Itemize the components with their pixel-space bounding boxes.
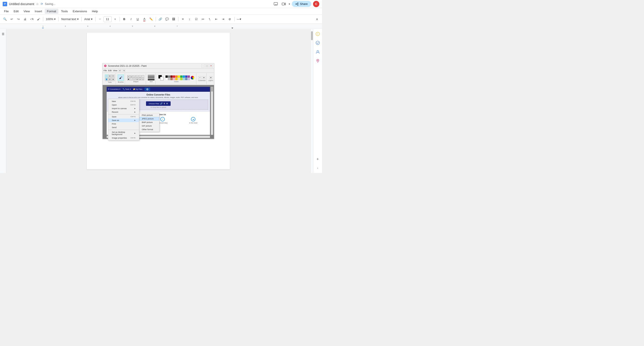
color-purple[interactable] (188, 75, 190, 78)
ctx-open[interactable]: Open Ctrl+O (108, 103, 139, 107)
collapse-panel-icon[interactable]: › (314, 165, 321, 171)
ctx-sub-png[interactable]: PNG picture (140, 113, 159, 117)
avatar[interactable]: C (313, 1, 319, 7)
image-btn[interactable]: 🖼 (170, 16, 177, 22)
indent-increase-btn[interactable]: ⇥ (220, 16, 226, 22)
color-lightblue[interactable] (183, 78, 185, 80)
ctx-send[interactable]: Send (108, 126, 139, 129)
paint-menu-file[interactable]: File (104, 69, 107, 72)
menu-format[interactable]: Format (45, 9, 58, 14)
paint-fill-tool[interactable]: 🪣 (105, 78, 108, 81)
star-icon[interactable]: ☆ (36, 2, 39, 6)
underline-btn[interactable]: U (134, 16, 141, 22)
nav-myfiles[interactable]: 📁 My Files (133, 88, 142, 90)
ctx-import[interactable]: Import to canvas ▶ (108, 107, 139, 110)
shape-6[interactable]: ○ (142, 75, 144, 78)
shape-7[interactable]: ⬟ (127, 78, 130, 80)
shape-2[interactable]: ⊡ (130, 75, 132, 78)
text-color-btn[interactable]: A (141, 16, 148, 22)
size-2[interactable] (148, 76, 154, 77)
color-darkred[interactable] (170, 75, 173, 78)
ctx-sub-jpeg[interactable]: JPEG picture (140, 117, 159, 121)
smart-features-icon[interactable] (314, 31, 321, 37)
color-lime[interactable] (180, 78, 182, 80)
vertical-scrollbar[interactable] (310, 29, 313, 173)
shape-11[interactable]: ⊗ (139, 78, 141, 80)
menu-help[interactable]: Help (90, 9, 100, 14)
line-style-btn[interactable]: —▾ (236, 16, 242, 22)
numbered-list-btn[interactable]: ⒈ (206, 16, 213, 22)
add-panel-icon[interactable]: + (314, 156, 321, 162)
font-dropdown[interactable]: Arial ▾ (83, 16, 94, 22)
color-lightgray[interactable] (168, 78, 170, 80)
nav-tools[interactable]: 🔧 Tools ▾ (122, 88, 131, 90)
ctx-new[interactable]: New Ctrl+N (108, 100, 139, 103)
font-size-decrease-btn[interactable]: − (97, 16, 103, 22)
paint-text-tool[interactable]: A (108, 75, 111, 78)
outline-icon[interactable]: ☰ (0, 31, 6, 37)
line-spacing-btn[interactable]: ↕ (186, 16, 193, 22)
menu-view[interactable]: View (21, 9, 32, 14)
shape-1[interactable]: ⊢ (127, 75, 130, 78)
paint-redo-icon[interactable]: ↪ (122, 69, 125, 72)
align-btn[interactable]: ≡ (180, 16, 186, 22)
ctx-print[interactable]: Print (108, 122, 139, 126)
ctx-saveas[interactable]: Save as ▶ (108, 119, 139, 122)
paint-menu-edit[interactable]: Edit (108, 69, 112, 72)
color-cream[interactable] (178, 78, 180, 80)
ctx-recent[interactable]: Recent ▶ (108, 110, 139, 114)
font-size-box[interactable]: 11 (104, 16, 112, 22)
comment-btn[interactable]: 💬 (164, 16, 170, 22)
v-scroll-thumb[interactable] (311, 31, 313, 40)
color-rainbow[interactable] (191, 76, 194, 79)
italic-btn[interactable]: I (128, 16, 134, 22)
color-gold[interactable] (175, 78, 178, 80)
clear-format-btn[interactable]: ⊘ (227, 16, 233, 22)
style-dropdown[interactable]: Normal text ▾ (60, 16, 80, 22)
paint-restore-btn[interactable]: □ (206, 64, 209, 67)
link-btn[interactable]: 🔗 (157, 16, 164, 22)
paint-color2[interactable] (160, 77, 164, 80)
menu-extensions[interactable]: Extensions (70, 9, 89, 14)
shape-12[interactable]: ⊘ (142, 78, 144, 80)
nav-globe-btn[interactable] (145, 88, 150, 91)
paint-eraser-tool[interactable]: ⊡ (108, 78, 111, 81)
paint-minimize-btn[interactable]: − (202, 64, 204, 67)
color-steelblue[interactable] (185, 78, 188, 80)
collapse-btn[interactable]: ∧ (314, 16, 320, 22)
menu-insert[interactable]: Insert (32, 9, 44, 14)
shape-8[interactable]: ☆ (130, 78, 132, 80)
choose-files-btn[interactable]: Choose Files 🔗 ⬆ ⚙ (146, 101, 170, 106)
color-red[interactable] (173, 75, 175, 78)
checklist-btn[interactable]: ☑ (193, 16, 200, 22)
color-white[interactable] (166, 78, 168, 80)
shape-10[interactable]: ⊞ (136, 78, 138, 80)
paint-vscrollbar[interactable] (211, 87, 213, 135)
ctx-sub-bmp[interactable]: BMP picture (140, 121, 159, 124)
redo-btn[interactable]: ↪ (15, 16, 22, 22)
color-green[interactable] (180, 75, 182, 78)
ctx-sub-other[interactable]: Other format (140, 128, 159, 131)
paint-spray-btn[interactable]: ✧ (198, 76, 202, 79)
shape-3[interactable]: ▭ (133, 75, 136, 78)
shape-9[interactable]: ⬡ (133, 78, 136, 80)
maps-icon[interactable] (314, 58, 321, 64)
color-yellow[interactable] (178, 75, 180, 78)
menu-tools[interactable]: Tools (59, 9, 70, 14)
paint-pencil-tool[interactable]: ✏ (112, 75, 115, 78)
size-3[interactable] (148, 77, 154, 78)
color-gray[interactable] (168, 75, 170, 78)
menu-file[interactable]: File (2, 9, 11, 14)
color-blue[interactable] (183, 75, 185, 78)
color-pink[interactable] (173, 78, 175, 80)
shape-5[interactable]: △ (139, 75, 141, 78)
shape-4[interactable]: ◇ (136, 75, 138, 78)
paint-fill-btn[interactable]: ⊕ (202, 76, 206, 79)
color-lavender[interactable] (188, 78, 190, 80)
undo-btn[interactable]: ↩ (8, 16, 15, 22)
color-orange[interactable] (175, 75, 178, 78)
paint-eyedrop-tool[interactable]: ⊕ (112, 78, 115, 81)
size-4[interactable] (148, 79, 154, 80)
paint-format-btn[interactable]: 🖌 (35, 16, 42, 22)
contacts-icon[interactable] (314, 49, 321, 55)
